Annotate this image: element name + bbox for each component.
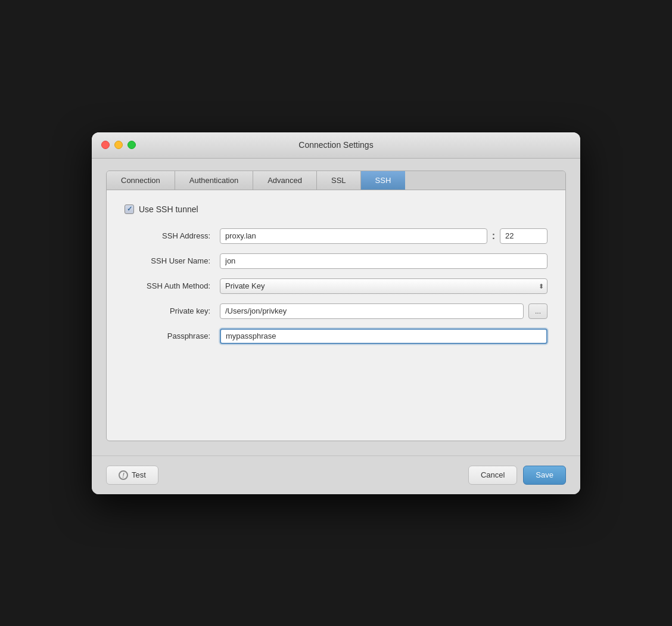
close-button[interactable] <box>101 141 110 149</box>
ssh-auth-method-select[interactable]: Password Private Key Kerberos <box>220 278 547 294</box>
private-key-input[interactable] <box>220 303 524 319</box>
passphrase-input[interactable] <box>220 329 547 344</box>
ssh-username-input[interactable] <box>220 253 547 269</box>
tab-ssh[interactable]: SSH <box>361 171 406 190</box>
ssh-username-row: SSH User Name: <box>125 253 547 269</box>
ssh-auth-method-inputs: Password Private Key Kerberos ⬍ <box>220 278 547 294</box>
ssh-auth-method-row: SSH Auth Method: Password Private Key Ke… <box>125 278 547 294</box>
maximize-button[interactable] <box>127 141 136 149</box>
passphrase-label: Passphrase: <box>125 331 220 340</box>
titlebar: Connection Settings <box>92 132 580 159</box>
bottom-bar: ! Test Cancel Save <box>92 455 580 494</box>
test-button-label: Test <box>132 470 146 479</box>
tab-ssl[interactable]: SSL <box>317 171 361 190</box>
ssh-tab-content: ✓ Use SSH tunnel SSH Address: : <box>107 190 565 441</box>
ssh-address-label: SSH Address: <box>125 231 220 240</box>
ssh-username-inputs <box>220 253 547 269</box>
ssh-username-label: SSH User Name: <box>125 256 220 265</box>
warning-icon: ! <box>119 470 128 480</box>
ssh-auth-method-label: SSH Auth Method: <box>125 281 220 290</box>
cancel-button[interactable]: Cancel <box>468 466 517 485</box>
port-separator: : <box>492 231 495 241</box>
tab-authentication[interactable]: Authentication <box>175 171 253 190</box>
use-ssh-tunnel-checkbox[interactable]: ✓ <box>125 204 134 214</box>
save-button[interactable]: Save <box>523 466 566 485</box>
window-buttons <box>101 141 136 149</box>
private-key-inputs: ... <box>220 303 547 319</box>
ssh-auth-method-select-wrapper: Password Private Key Kerberos ⬍ <box>220 278 547 294</box>
tab-advanced[interactable]: Advanced <box>253 171 317 190</box>
use-ssh-tunnel-row: ✓ Use SSH tunnel <box>125 204 547 214</box>
private-key-row: Private key: ... <box>125 303 547 319</box>
tabs-container: Connection Authentication Advanced SSL S… <box>106 171 566 441</box>
connection-settings-window: Connection Settings Connection Authentic… <box>92 132 580 494</box>
tabs-bar: Connection Authentication Advanced SSL S… <box>107 171 565 190</box>
checkbox-check-icon: ✓ <box>127 205 132 213</box>
private-key-label: Private key: <box>125 306 220 315</box>
ssh-port-input[interactable] <box>500 228 547 244</box>
test-button[interactable]: ! Test <box>106 466 158 485</box>
ssh-address-inputs: : <box>220 228 547 244</box>
window-content: Connection Authentication Advanced SSL S… <box>92 159 580 455</box>
tab-connection[interactable]: Connection <box>107 171 175 190</box>
ssh-address-row: SSH Address: : <box>125 228 547 244</box>
passphrase-inputs <box>220 329 547 344</box>
window-title: Connection Settings <box>298 140 373 150</box>
right-buttons: Cancel Save <box>468 466 566 485</box>
browse-button[interactable]: ... <box>528 303 547 319</box>
use-ssh-tunnel-label: Use SSH tunnel <box>139 204 198 214</box>
ssh-address-input[interactable] <box>220 228 487 244</box>
passphrase-row: Passphrase: <box>125 329 547 344</box>
minimize-button[interactable] <box>114 141 123 149</box>
use-ssh-tunnel-checkbox-wrapper[interactable]: ✓ Use SSH tunnel <box>125 204 198 214</box>
warning-icon-label: ! <box>122 472 125 479</box>
